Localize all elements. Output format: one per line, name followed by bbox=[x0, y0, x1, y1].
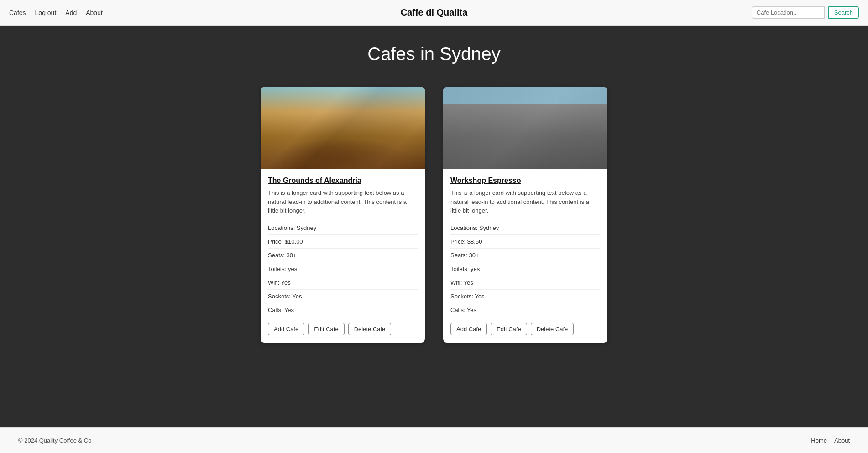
search-area: Search bbox=[752, 6, 859, 19]
search-input[interactable] bbox=[752, 6, 825, 19]
footer-links: HomeAbout bbox=[811, 437, 850, 444]
nav-links: CafesLog outAddAbout bbox=[9, 9, 103, 16]
add-link[interactable]: Add bbox=[65, 9, 77, 16]
detail-row: Seats: 30+ bbox=[450, 249, 600, 262]
cards-container: The Grounds of AlexandriaThis is a longe… bbox=[160, 87, 708, 343]
cafe-details: Locations: SydneyPrice: $10.00Seats: 30+… bbox=[268, 221, 418, 317]
footer-copyright: © 2024 Quality Coffee & Co bbox=[18, 437, 91, 444]
cafe-card-body: The Grounds of AlexandriaThis is a longe… bbox=[261, 169, 425, 317]
site-footer: © 2024 Quality Coffee & Co HomeAbout bbox=[0, 427, 868, 453]
navbar: CafesLog outAddAbout Caffe di Qualita Se… bbox=[0, 0, 868, 26]
detail-row: Toilets: yes bbox=[268, 262, 418, 276]
detail-row: Sockets: Yes bbox=[450, 290, 600, 303]
delete-cafe-button[interactable]: Delete Cafe bbox=[348, 323, 392, 335]
footer-about-link[interactable]: About bbox=[834, 437, 850, 444]
search-button[interactable]: Search bbox=[828, 6, 859, 19]
cafe-card-body: Workshop EspressoThis is a longer card w… bbox=[443, 169, 607, 317]
cafe-name: Workshop Espresso bbox=[450, 177, 600, 185]
add-cafe-button[interactable]: Add Cafe bbox=[268, 323, 304, 335]
add-cafe-button[interactable]: Add Cafe bbox=[450, 323, 487, 335]
cafes-link[interactable]: Cafes bbox=[9, 9, 26, 16]
cafe-details: Locations: SydneyPrice: $8.50Seats: 30+T… bbox=[450, 221, 600, 317]
main-content: Cafes in Sydney The Grounds of Alexandri… bbox=[0, 26, 868, 427]
detail-row: Price: $10.00 bbox=[268, 235, 418, 249]
detail-row: Toilets: yes bbox=[450, 262, 600, 276]
detail-row: Sockets: Yes bbox=[268, 290, 418, 303]
cafe-image-0 bbox=[261, 87, 425, 169]
page-title: Cafes in Sydney bbox=[9, 44, 859, 64]
site-brand: Caffe di Qualita bbox=[401, 7, 468, 18]
detail-row: Wifi: Yes bbox=[268, 276, 418, 290]
detail-row: Locations: Sydney bbox=[450, 221, 600, 235]
detail-row: Calls: Yes bbox=[268, 303, 418, 317]
detail-row: Wifi: Yes bbox=[450, 276, 600, 290]
cafe-card-footer: Add CafeEdit CafeDelete Cafe bbox=[261, 317, 425, 343]
detail-row: Price: $8.50 bbox=[450, 235, 600, 249]
about-link[interactable]: About bbox=[86, 9, 103, 16]
edit-cafe-button[interactable]: Edit Cafe bbox=[491, 323, 527, 335]
cafe-name: The Grounds of Alexandria bbox=[268, 177, 418, 185]
footer-home-link[interactable]: Home bbox=[811, 437, 827, 444]
detail-row: Seats: 30+ bbox=[268, 249, 418, 262]
cafe-description: This is a longer card with supporting te… bbox=[268, 188, 418, 215]
cafe-card: The Grounds of AlexandriaThis is a longe… bbox=[261, 87, 425, 343]
detail-row: Locations: Sydney bbox=[268, 221, 418, 235]
logout-link[interactable]: Log out bbox=[35, 9, 57, 16]
cafe-card: Workshop EspressoThis is a longer card w… bbox=[443, 87, 607, 343]
cafe-card-footer: Add CafeEdit CafeDelete Cafe bbox=[443, 317, 607, 343]
detail-row: Calls: Yes bbox=[450, 303, 600, 317]
cafe-description: This is a longer card with supporting te… bbox=[450, 188, 600, 215]
cafe-image-1 bbox=[443, 87, 607, 169]
delete-cafe-button[interactable]: Delete Cafe bbox=[531, 323, 574, 335]
edit-cafe-button[interactable]: Edit Cafe bbox=[308, 323, 344, 335]
